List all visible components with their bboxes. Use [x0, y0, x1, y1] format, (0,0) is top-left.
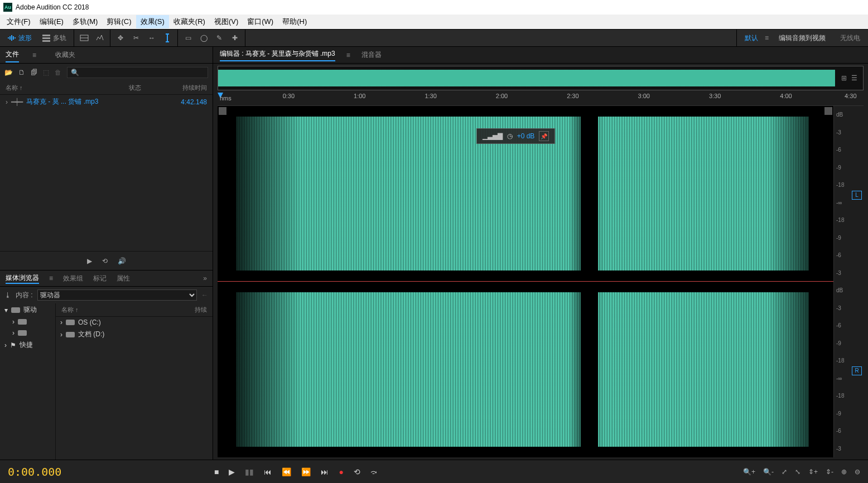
skip-selection-button[interactable]: ⤼ [370, 467, 377, 476]
menu-edit[interactable]: 编辑(E) [35, 15, 68, 28]
tab-media-browser[interactable]: 媒体浏览器 [6, 273, 39, 284]
file-duration: 4:42.148 [162, 98, 207, 106]
tab-effects-rack[interactable]: 效果组 [63, 274, 83, 283]
tab-markers[interactable]: 标记 [93, 274, 107, 283]
files-panel-menu-icon[interactable]: ≡ [32, 51, 36, 59]
new-multitrack-icon[interactable]: 🗐 [31, 69, 37, 76]
zoom-out-point-icon[interactable]: ⊖ [855, 468, 860, 476]
preview-loop-icon[interactable]: ⟲ [102, 257, 108, 265]
new-file-icon[interactable]: 🗋 [18, 69, 25, 76]
channel-right-badge[interactable]: R [852, 366, 862, 375]
workspace-menu-icon[interactable]: ≡ [765, 34, 769, 42]
tool-time-select[interactable] [161, 32, 174, 44]
content-label: 内容 : [16, 291, 33, 300]
zoom-out-vert-icon[interactable]: ⇕- [826, 468, 833, 476]
menu-multitrack[interactable]: 多轨(M) [68, 15, 103, 28]
delete-icon: 🗑 [55, 69, 61, 76]
tool-razor[interactable]: ✂ [129, 32, 143, 44]
channel-left-badge[interactable]: L [852, 191, 862, 200]
menu-help[interactable]: 帮助(H) [278, 15, 311, 28]
overview-zoom-icon[interactable]: ⊞ [841, 74, 847, 82]
col-status[interactable]: 状态 [129, 84, 162, 92]
tool-hud-toggle[interactable] [78, 32, 91, 44]
menu-window[interactable]: 窗口(W) [243, 15, 278, 28]
tool-brush[interactable]: ✎ [213, 32, 226, 44]
forward-button[interactable]: ⏩ [301, 467, 311, 476]
workspace-default[interactable]: 默认 [740, 33, 763, 43]
tree-shortcuts[interactable]: ›⚑快捷 [0, 339, 55, 351]
channel-toggle-tr[interactable] [824, 107, 832, 115]
time-ruler[interactable]: hms 0:30 1:00 1:30 2:00 2:30 3:00 3:30 4… [218, 93, 864, 106]
go-start-button[interactable]: ⏮ [264, 467, 272, 476]
workspace-edit-av[interactable]: 编辑音频到视频 [771, 33, 833, 43]
db-mark: -18 [836, 358, 844, 364]
drive-row[interactable]: ›文档 (D:) [56, 328, 213, 341]
record-button[interactable]: ● [339, 467, 343, 476]
zoom-in-point-icon[interactable]: ⊕ [841, 468, 847, 476]
mode-multitrack[interactable]: 多轨 [38, 32, 70, 45]
rewind-button[interactable]: ⏪ [282, 467, 291, 476]
gain-hud[interactable]: ▁▃▅▇ ◷ +0 dB 📌 [476, 128, 556, 144]
tab-editor[interactable]: 编辑器 : 马赛克 - 莫里森与杂货铺 .mp3 [220, 49, 335, 61]
tool-slip[interactable]: ↔ [145, 32, 158, 44]
drive-icon [18, 330, 27, 336]
preview-autoplay-icon[interactable]: 🔊 [118, 257, 126, 265]
col-name[interactable]: 名称 ↑ [6, 84, 129, 92]
tool-move[interactable]: ✥ [114, 32, 127, 44]
ruler-tick: 4:30 [845, 93, 856, 99]
tool-lasso[interactable]: ◯ [197, 32, 210, 44]
tool-heal[interactable]: ✚ [228, 32, 242, 44]
import-icon[interactable]: ⭳ [4, 291, 11, 299]
overview-list-icon[interactable]: ☰ [851, 74, 857, 82]
zoom-out-icon[interactable]: 🔍- [763, 468, 774, 476]
mode-waveform[interactable]: 波形 [3, 32, 36, 45]
open-file-icon[interactable]: 📂 [4, 69, 13, 76]
zoom-in-icon[interactable]: 🔍+ [743, 468, 755, 476]
workspace-radio[interactable]: 无线电 [836, 33, 865, 43]
menu-view[interactable]: 视图(V) [210, 15, 243, 28]
tab-favorites[interactable]: 收藏夹 [55, 48, 75, 62]
tree-drive-c[interactable]: › [0, 316, 55, 327]
tab-files[interactable]: 文件 [6, 47, 19, 62]
hud-gain-value[interactable]: +0 dB [517, 132, 535, 140]
loop-button[interactable]: ⟲ [354, 467, 360, 476]
play-button[interactable]: ▶ [229, 467, 235, 476]
go-end-button[interactable]: ⏭ [321, 467, 329, 476]
ruler-tick: 1:00 [354, 93, 365, 99]
expand-icon[interactable]: › [6, 98, 8, 106]
db-mark: -∞ [836, 200, 842, 206]
channel-toggle-tl[interactable] [219, 107, 226, 115]
media-panel-menu-icon[interactable]: ≡ [49, 274, 53, 282]
tool-spectral[interactable] [93, 32, 107, 44]
tab-properties[interactable]: 属性 [117, 274, 130, 283]
hud-pin-icon[interactable]: 📌 [539, 131, 549, 141]
drive-select[interactable]: 驱动器 [37, 289, 197, 301]
db-mark: -6 [836, 147, 841, 153]
col-duration[interactable]: 持续时间 [162, 84, 207, 92]
panel-overflow-icon[interactable]: » [203, 274, 207, 282]
zoom-selection-icon[interactable]: ⤡ [795, 468, 801, 476]
media-col-dur[interactable]: 持续 [185, 306, 207, 314]
preview-play-icon[interactable]: ▶ [87, 257, 92, 265]
menu-favorites[interactable]: 收藏夹(R) [169, 15, 210, 28]
app-title: Adobe Audition CC 2018 [16, 3, 89, 11]
menu-clip[interactable]: 剪辑(C) [102, 15, 136, 28]
tree-drive-d[interactable]: › [0, 327, 55, 339]
drive-row[interactable]: ›OS (C:) [56, 317, 213, 328]
menu-effects[interactable]: 效果(S) [136, 15, 169, 28]
menu-file[interactable]: 文件(F) [2, 15, 35, 28]
zoom-full-icon[interactable]: ⤢ [782, 468, 787, 476]
stop-button[interactable]: ■ [214, 467, 219, 476]
pause-button[interactable]: ▮▮ [245, 467, 254, 476]
waveform-display[interactable]: ▁▃▅▇ ◷ +0 dB 📌 [218, 106, 833, 457]
timecode-display[interactable]: 0:00.000 [8, 465, 214, 479]
media-col-name[interactable]: 名称 ↑ [61, 306, 185, 314]
editor-tab-menu-icon[interactable]: ≡ [346, 51, 350, 59]
files-search[interactable]: 🔍 [67, 67, 208, 78]
zoom-in-vert-icon[interactable]: ⇕+ [808, 468, 818, 476]
tree-drives[interactable]: ▾驱动 [0, 303, 55, 316]
tool-marquee[interactable]: ▭ [181, 32, 195, 44]
file-row[interactable]: › ━┿━ 马赛克 - 莫 ... 货铺 .mp3 4:42.148 [0, 95, 213, 109]
tab-mixer[interactable]: 混音器 [361, 50, 382, 60]
overview-waveform[interactable]: ⊞ ☰ [218, 66, 864, 90]
